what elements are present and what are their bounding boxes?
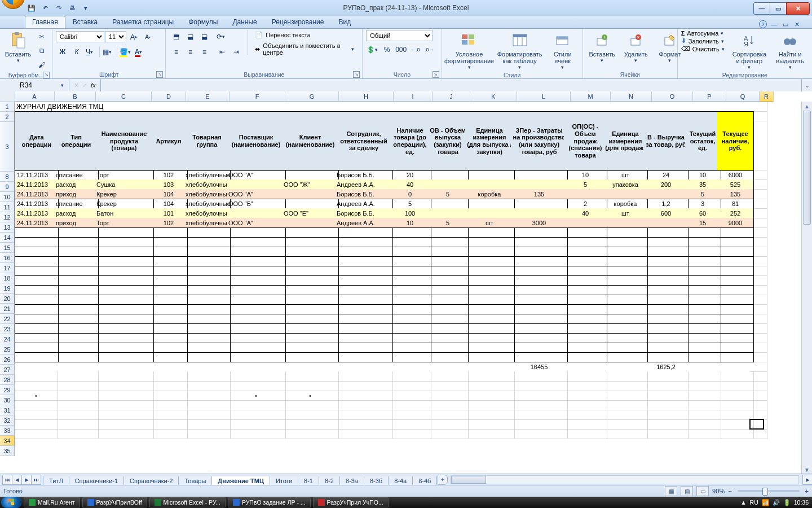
cell[interactable] xyxy=(227,314,286,324)
cell[interactable] xyxy=(511,343,568,353)
cell[interactable]: Единица измерения (для продаж) xyxy=(603,111,648,171)
cell[interactable] xyxy=(603,266,648,276)
doc-restore-icon[interactable]: ▭ xyxy=(782,20,789,28)
cell[interactable] xyxy=(282,189,339,199)
cell[interactable] xyxy=(427,199,469,209)
cell[interactable] xyxy=(603,304,648,314)
row-header[interactable]: 35 xyxy=(0,446,15,456)
cell[interactable] xyxy=(282,218,339,228)
cell[interactable] xyxy=(465,295,515,305)
cell[interactable] xyxy=(95,381,154,391)
cell[interactable]: списание xyxy=(54,170,99,180)
find-select-button[interactable]: Найти и выделить▾ xyxy=(771,30,809,72)
cell[interactable]: ООО "А" xyxy=(227,218,286,228)
cell[interactable] xyxy=(644,285,689,295)
scroll-up-icon[interactable]: ▲ xyxy=(802,102,812,111)
row-header[interactable]: 19 xyxy=(0,283,15,294)
cell[interactable] xyxy=(54,285,99,295)
cell[interactable]: 5 xyxy=(427,218,469,228)
cell[interactable] xyxy=(227,285,286,295)
cell[interactable] xyxy=(644,237,689,247)
cell[interactable] xyxy=(603,314,648,324)
format-painter-icon[interactable]: 🖌 xyxy=(35,58,48,72)
cell[interactable] xyxy=(717,343,754,353)
cell[interactable] xyxy=(389,285,431,295)
cell[interactable] xyxy=(465,275,515,286)
maximize-button[interactable]: ▭ xyxy=(770,2,787,15)
cell[interactable] xyxy=(95,352,154,362)
cell[interactable] xyxy=(427,429,469,439)
cell[interactable]: 16455 xyxy=(511,362,567,371)
cell[interactable] xyxy=(15,275,59,286)
cell[interactable]: 100 xyxy=(389,208,431,218)
cell[interactable]: Крекер xyxy=(95,199,154,209)
cell[interactable]: 24 xyxy=(644,170,689,180)
cell[interactable] xyxy=(564,352,607,362)
cell[interactable]: 10 xyxy=(389,218,431,228)
cell[interactable] xyxy=(95,343,154,353)
taskbar-item[interactable]: Mail.Ru Агент xyxy=(24,497,80,507)
cell[interactable] xyxy=(95,227,154,238)
cell[interactable]: коробка xyxy=(465,189,515,199)
cell[interactable] xyxy=(465,179,515,190)
cell[interactable] xyxy=(335,247,393,257)
cell[interactable] xyxy=(465,199,515,209)
cell[interactable] xyxy=(427,256,469,266)
cell[interactable] xyxy=(335,391,393,401)
cell[interactable] xyxy=(335,410,393,420)
cell[interactable]: 60 xyxy=(685,208,721,218)
cell[interactable]: Андреев А.А. xyxy=(335,179,393,190)
cell[interactable]: хлебобулочные xyxy=(184,199,231,209)
cell[interactable] xyxy=(150,371,188,382)
clock[interactable]: 10:36 xyxy=(794,499,809,506)
cell[interactable] xyxy=(389,429,431,439)
cell[interactable]: Сотрудник, ответственный за сделку xyxy=(335,111,393,171)
cell[interactable]: Клиент (наименование) xyxy=(282,111,339,171)
tray-expand-icon[interactable]: ▲ xyxy=(740,499,746,506)
percent-icon[interactable]: % xyxy=(380,43,394,56)
cell[interactable] xyxy=(564,304,607,314)
cell[interactable]: 5 xyxy=(389,199,431,209)
cell[interactable] xyxy=(511,295,568,305)
cell[interactable] xyxy=(389,333,431,343)
cell[interactable]: Наличие товара (до операции), ед. xyxy=(389,111,431,171)
cell[interactable] xyxy=(511,170,568,180)
cell[interactable] xyxy=(335,371,393,382)
column-header[interactable]: J xyxy=(433,91,470,102)
row-header[interactable]: 29 xyxy=(0,385,15,395)
cell[interactable] xyxy=(389,227,431,238)
cell[interactable] xyxy=(564,419,607,430)
cell[interactable] xyxy=(95,314,154,324)
row-header[interactable]: 25 xyxy=(0,344,15,354)
merge-center-button[interactable]: ⬌Объединить и поместить в центре▾ xyxy=(253,41,359,57)
cell[interactable] xyxy=(511,400,568,410)
cell[interactable] xyxy=(465,429,515,439)
cell[interactable] xyxy=(644,391,689,401)
cell[interactable] xyxy=(465,256,515,266)
cell[interactable] xyxy=(184,323,231,334)
grow-font-icon[interactable]: A▴ xyxy=(127,30,140,43)
row-header[interactable]: 8 xyxy=(0,172,15,182)
cell[interactable] xyxy=(54,400,99,410)
cell[interactable] xyxy=(15,343,59,353)
cell[interactable] xyxy=(603,247,648,257)
cell[interactable] xyxy=(15,304,59,314)
cell[interactable] xyxy=(603,218,648,228)
cell[interactable] xyxy=(282,266,339,276)
cell[interactable] xyxy=(564,371,607,382)
cell[interactable] xyxy=(511,304,568,314)
cell[interactable]: 0 xyxy=(389,189,431,199)
cell[interactable]: 10 xyxy=(564,170,607,180)
cell[interactable]: 1625,2 xyxy=(644,362,688,371)
cell[interactable] xyxy=(335,429,393,439)
scroll-down-icon[interactable]: ▼ xyxy=(802,465,812,474)
cell[interactable] xyxy=(389,352,431,362)
cell[interactable]: 1,2 xyxy=(644,199,689,209)
cell[interactable] xyxy=(511,237,568,247)
cell[interactable] xyxy=(511,371,568,382)
cell[interactable] xyxy=(465,266,515,276)
column-header[interactable]: E xyxy=(186,91,230,102)
cell[interactable] xyxy=(15,285,59,295)
cell[interactable] xyxy=(335,352,393,362)
cell[interactable] xyxy=(603,381,648,391)
